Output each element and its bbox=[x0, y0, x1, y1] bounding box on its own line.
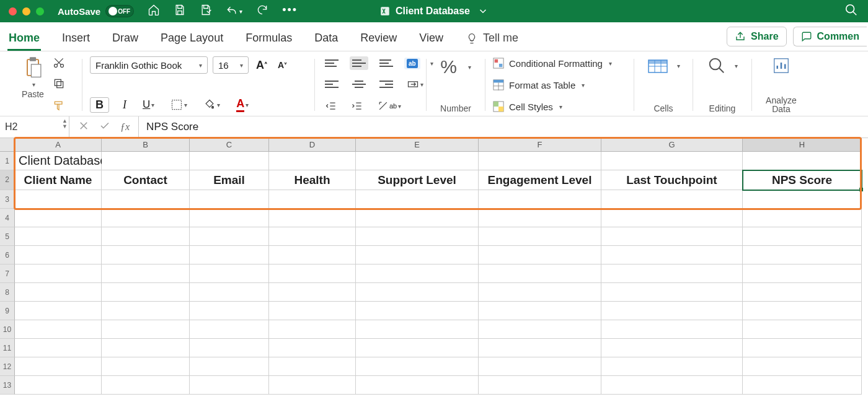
cell-B13[interactable] bbox=[102, 376, 190, 395]
accept-formula-button[interactable] bbox=[99, 120, 110, 134]
cell-F2[interactable]: Engagement Level bbox=[479, 170, 601, 190]
tab-data[interactable]: Data bbox=[313, 25, 339, 51]
cell-F3[interactable] bbox=[479, 190, 601, 209]
cell-A4[interactable] bbox=[15, 209, 102, 227]
cell-styles-button[interactable]: Cell Styles▾ bbox=[493, 101, 562, 112]
cell-B8[interactable] bbox=[102, 283, 190, 302]
cell-C10[interactable] bbox=[190, 320, 269, 339]
row-header-8[interactable]: 8 bbox=[0, 283, 15, 302]
cell-G12[interactable] bbox=[601, 357, 743, 376]
cell-H4[interactable] bbox=[743, 209, 862, 227]
cell-A11[interactable] bbox=[15, 339, 102, 357]
wrap-text-button[interactable]: ab bbox=[404, 58, 420, 69]
italic-button[interactable]: I bbox=[120, 97, 129, 113]
tab-home[interactable]: Home bbox=[7, 25, 41, 51]
cell-D6[interactable] bbox=[269, 246, 356, 264]
cell-C12[interactable] bbox=[190, 357, 269, 376]
cell-G9[interactable] bbox=[601, 302, 743, 320]
cell-H3[interactable] bbox=[743, 190, 862, 209]
cell-B5[interactable] bbox=[102, 227, 190, 246]
cell-E12[interactable] bbox=[356, 357, 479, 376]
cell-A9[interactable] bbox=[15, 302, 102, 320]
row-header-9[interactable]: 9 bbox=[0, 302, 15, 320]
cell-G4[interactable] bbox=[601, 209, 743, 227]
increase-indent-button[interactable] bbox=[348, 98, 366, 113]
cell-F12[interactable] bbox=[479, 357, 601, 376]
cell-E4[interactable] bbox=[356, 209, 479, 227]
cell-H6[interactable] bbox=[743, 246, 862, 264]
name-box-spinner[interactable]: ▲▼ bbox=[62, 118, 68, 129]
save-as-icon[interactable] bbox=[200, 4, 212, 19]
cell-C7[interactable] bbox=[190, 264, 269, 283]
more-icon[interactable]: ••• bbox=[282, 4, 298, 19]
font-name-select[interactable]: Franklin Gothic Book▾ bbox=[90, 56, 208, 74]
cell-C5[interactable] bbox=[190, 227, 269, 246]
cell-A5[interactable] bbox=[15, 227, 102, 246]
cell-A13[interactable] bbox=[15, 376, 102, 395]
cell-E8[interactable] bbox=[356, 283, 479, 302]
close-window-button[interactable] bbox=[9, 7, 17, 15]
align-top-button[interactable] bbox=[322, 56, 341, 70]
cell-D2[interactable]: Health bbox=[269, 170, 356, 190]
cell-E1[interactable] bbox=[356, 152, 479, 170]
cell-F5[interactable] bbox=[479, 227, 601, 246]
cell-E3[interactable] bbox=[356, 190, 479, 209]
autosave-control[interactable]: AutoSave OFF bbox=[58, 5, 134, 17]
align-left-button[interactable] bbox=[322, 77, 341, 91]
cell-G11[interactable] bbox=[601, 339, 743, 357]
cell-C1[interactable] bbox=[190, 152, 269, 170]
tab-page-layout[interactable]: Page Layout bbox=[159, 25, 224, 51]
document-title[interactable]: Client Database bbox=[379, 6, 489, 17]
cell-C9[interactable] bbox=[190, 302, 269, 320]
analyze-data-button[interactable] bbox=[772, 56, 790, 77]
cell-G3[interactable] bbox=[601, 190, 743, 209]
cell-A8[interactable] bbox=[15, 283, 102, 302]
cancel-formula-button[interactable] bbox=[78, 120, 89, 134]
paste-button[interactable]: ▾ Paste bbox=[22, 56, 44, 99]
cut-icon[interactable] bbox=[53, 56, 65, 71]
maximize-window-button[interactable] bbox=[36, 7, 44, 15]
cell-H10[interactable] bbox=[743, 320, 862, 339]
cell-E7[interactable] bbox=[356, 264, 479, 283]
cell-F10[interactable] bbox=[479, 320, 601, 339]
cell-D3[interactable] bbox=[269, 190, 356, 209]
cell-F9[interactable] bbox=[479, 302, 601, 320]
row-header-7[interactable]: 7 bbox=[0, 264, 15, 283]
cell-B3[interactable] bbox=[102, 190, 190, 209]
cell-H1[interactable] bbox=[743, 152, 862, 170]
cell-B2[interactable]: Contact bbox=[102, 170, 190, 190]
cell-F7[interactable] bbox=[479, 264, 601, 283]
cell-G7[interactable] bbox=[601, 264, 743, 283]
row-header-4[interactable]: 4 bbox=[0, 209, 15, 227]
cell-E10[interactable] bbox=[356, 320, 479, 339]
cell-D5[interactable] bbox=[269, 227, 356, 246]
cell-G8[interactable] bbox=[601, 283, 743, 302]
cell-D10[interactable] bbox=[269, 320, 356, 339]
merge-button[interactable]: ▾ bbox=[404, 77, 426, 92]
select-all-corner[interactable] bbox=[0, 138, 15, 152]
cell-F4[interactable] bbox=[479, 209, 601, 227]
col-header-G[interactable]: G bbox=[601, 138, 743, 152]
increase-font-button[interactable]: A˄ bbox=[254, 58, 270, 73]
cell-A12[interactable] bbox=[15, 357, 102, 376]
cell-G1[interactable] bbox=[601, 152, 743, 170]
cell-G6[interactable] bbox=[601, 246, 743, 264]
cell-A7[interactable] bbox=[15, 264, 102, 283]
cell-B7[interactable] bbox=[102, 264, 190, 283]
cell-F8[interactable] bbox=[479, 283, 601, 302]
align-middle-button[interactable] bbox=[350, 56, 368, 70]
minimize-window-button[interactable] bbox=[22, 7, 30, 15]
cell-H13[interactable] bbox=[743, 376, 862, 395]
row-header-12[interactable]: 12 bbox=[0, 357, 15, 376]
cell-B6[interactable] bbox=[102, 246, 190, 264]
col-header-C[interactable]: C bbox=[190, 138, 269, 152]
conditional-formatting-button[interactable]: Conditional Formatting▾ bbox=[493, 58, 612, 69]
home-icon[interactable] bbox=[148, 4, 160, 19]
tab-view[interactable]: View bbox=[418, 25, 445, 51]
cell-B9[interactable] bbox=[102, 302, 190, 320]
share-button[interactable]: Share bbox=[727, 27, 786, 46]
font-color-button[interactable]: A▾ bbox=[234, 96, 251, 113]
tab-review[interactable]: Review bbox=[359, 25, 398, 51]
cell-B12[interactable] bbox=[102, 357, 190, 376]
cell-B1[interactable] bbox=[102, 152, 190, 170]
